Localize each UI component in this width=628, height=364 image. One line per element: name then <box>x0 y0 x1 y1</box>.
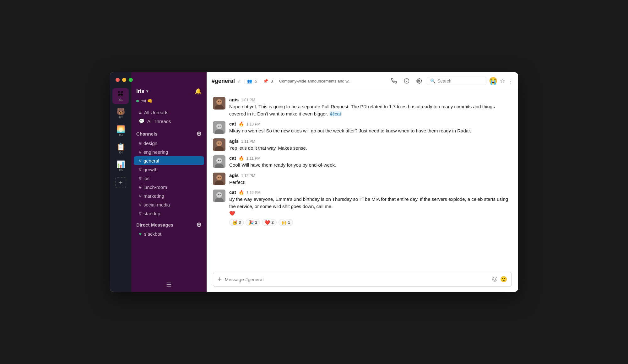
channel-name-marketing: marketing <box>143 193 164 199</box>
settings-button[interactable] <box>414 76 424 86</box>
channel-item-engineering[interactable]: # engineering <box>134 147 204 156</box>
channel-name-engineering: engineering <box>143 149 168 155</box>
sidebar-item-all-threads[interactable]: 💬 All Threads <box>134 117 204 126</box>
channel-item-growth[interactable]: # growth <box>134 165 204 174</box>
workspace-shortcut-1: ⌘1 <box>118 98 123 101</box>
cat-flame-icon: 🔥 <box>239 121 244 126</box>
workspace-item-4[interactable]: 📋 ⌘4 <box>112 141 129 157</box>
workspace-icon-4: 📋 <box>116 143 125 150</box>
avatar-cat-3 <box>213 190 225 202</box>
search-box[interactable]: 🔍 <box>427 77 486 85</box>
channel-name-growth: growth <box>143 167 158 172</box>
messages-area: agis 1:01 PM Nope not yet. This is going… <box>207 90 518 268</box>
dm-slackbot-label: slackbot <box>144 231 161 237</box>
channel-item-design[interactable]: # design <box>134 139 204 147</box>
workspace-item-2[interactable]: 🐻 ⌘2 <box>112 105 129 122</box>
channel-item-ios[interactable]: # ios <box>134 174 204 183</box>
svg-point-15 <box>216 141 222 146</box>
hash-icon: # <box>139 202 142 207</box>
channel-name-ios: ios <box>143 176 149 181</box>
sidebar-header: Iris ▾ 🔔 <box>131 72 207 97</box>
message-input[interactable] <box>225 277 489 282</box>
channel-name-standup: standup <box>143 211 160 216</box>
close-button[interactable] <box>116 78 120 82</box>
workspace-item-5[interactable]: 📊 ⌘5 <box>112 158 129 174</box>
hash-icon: # <box>139 158 142 163</box>
channel-item-marketing[interactable]: # marketing <box>134 191 204 200</box>
workspace-rail: ⌘ ⌘1 🐻 ⌘2 🌅 ⌘3 📋 ⌘4 📊 ⌘5 + <box>110 72 131 292</box>
svg-point-20 <box>216 158 222 163</box>
channel-star-icon[interactable]: ☆ <box>237 79 241 83</box>
svg-point-17 <box>218 142 219 143</box>
header-emoji-button[interactable]: 😭 <box>489 77 497 85</box>
message-text-3: Yep let's do it that way. Makes sense. <box>229 145 512 152</box>
search-input[interactable] <box>437 78 483 83</box>
reaction-confetti[interactable]: 🎉 2 <box>246 219 260 226</box>
avatar-agis-1 <box>213 97 225 110</box>
message-header-2: cat 🔥 1:10 PM <box>229 121 512 126</box>
avatar-cat-1 <box>213 121 225 134</box>
channel-item-social-media[interactable]: # social-media <box>134 200 204 209</box>
sidebar-footer: ☰ <box>131 277 207 292</box>
channel-name-social-media: social-media <box>143 202 170 207</box>
dm-item-slackbot[interactable]: ♥ slackbot <box>134 230 204 238</box>
reaction-heart[interactable]: ❤️ 2 <box>262 219 276 226</box>
reaction-raised-hands[interactable]: 🙌 1 <box>279 219 293 226</box>
workspace-shortcut-3: ⌘3 <box>118 133 123 136</box>
star-button[interactable]: ☆ <box>500 78 505 84</box>
all-unreads-label: All Unreads <box>144 110 169 115</box>
mention-button[interactable]: @ <box>492 276 498 283</box>
channels-list: # design # engineering # general # growt… <box>131 139 207 218</box>
filter-icon[interactable]: ☰ <box>166 281 172 288</box>
message-group-2: cat 🔥 1:10 PM Mkay no worries! So the ne… <box>213 119 512 136</box>
svg-point-7 <box>218 101 219 102</box>
message-reactions-6: 🥳 3 🎉 2 ❤️ 2 🙌 1 <box>229 219 512 226</box>
info-button[interactable] <box>402 76 412 86</box>
message-author-3: agis <box>229 138 239 144</box>
add-dm-button[interactable]: ⊕ <box>196 221 202 228</box>
channel-item-general[interactable]: # general <box>134 156 204 165</box>
message-author-5: agis <box>229 173 239 178</box>
cat-flame-icon-2: 🔥 <box>239 156 244 161</box>
hash-icon: # <box>139 175 142 181</box>
channel-item-standup[interactable]: # standup <box>134 209 204 218</box>
input-actions: @ 🙂 <box>492 276 507 283</box>
pinned-icon: 📌 <box>263 79 268 83</box>
message-author-1: agis <box>229 97 239 102</box>
channel-meta: ☆ | 👥 5 | 📌 3 | Company-wide announcemen… <box>237 79 387 83</box>
workspace-item-3[interactable]: 🌅 ⌘3 <box>112 123 129 139</box>
sidebar: Iris ▾ 🔔 cat 👊 ≡ All Unreads 💬 All Threa… <box>131 72 207 292</box>
window-controls <box>116 78 133 82</box>
svg-point-32 <box>218 194 219 195</box>
channel-item-lunch-room[interactable]: # lunch-room <box>134 183 204 191</box>
maximize-button[interactable] <box>129 78 133 82</box>
party-emoji: 🥳 <box>232 220 237 225</box>
workspace-item-1[interactable]: ⌘ ⌘1 <box>112 88 129 104</box>
call-button[interactable] <box>389 76 399 86</box>
confetti-emoji: 🎉 <box>248 220 254 225</box>
minimize-button[interactable] <box>122 78 126 82</box>
channels-section-header[interactable]: Channels ⊕ <box>131 127 207 139</box>
hash-icon: # <box>139 167 142 172</box>
message-author-6: cat <box>229 190 236 195</box>
members-icon: 👥 <box>247 79 252 83</box>
user-status-bar: cat 👊 <box>131 97 207 107</box>
notifications-bell-icon[interactable]: 🔔 <box>195 88 202 95</box>
dm-section-header[interactable]: Direct Messages ⊕ <box>131 218 207 230</box>
reaction-party[interactable]: 🥳 3 <box>229 219 244 226</box>
workspace-icon-1: ⌘ <box>117 91 124 98</box>
mention-cat: @cat <box>329 111 342 116</box>
svg-point-18 <box>220 142 221 143</box>
hash-icon: # <box>139 140 142 146</box>
message-content-3: agis 1:11 PM Yep let's do it that way. M… <box>229 138 512 152</box>
workspace-name[interactable]: Iris ▾ <box>136 88 148 94</box>
hash-icon: # <box>139 184 142 190</box>
add-channel-button[interactable]: ⊕ <box>196 130 202 137</box>
all-threads-icon: 💬 <box>139 118 145 124</box>
add-workspace-button[interactable]: + <box>115 177 126 188</box>
sidebar-item-all-unreads[interactable]: ≡ All Unreads <box>134 108 204 117</box>
raised-hands-emoji: 🙌 <box>281 220 287 225</box>
more-options-button[interactable]: ⋮ <box>507 78 513 84</box>
add-attachment-button[interactable]: + <box>218 275 222 283</box>
emoji-picker-button[interactable]: 🙂 <box>500 276 507 283</box>
